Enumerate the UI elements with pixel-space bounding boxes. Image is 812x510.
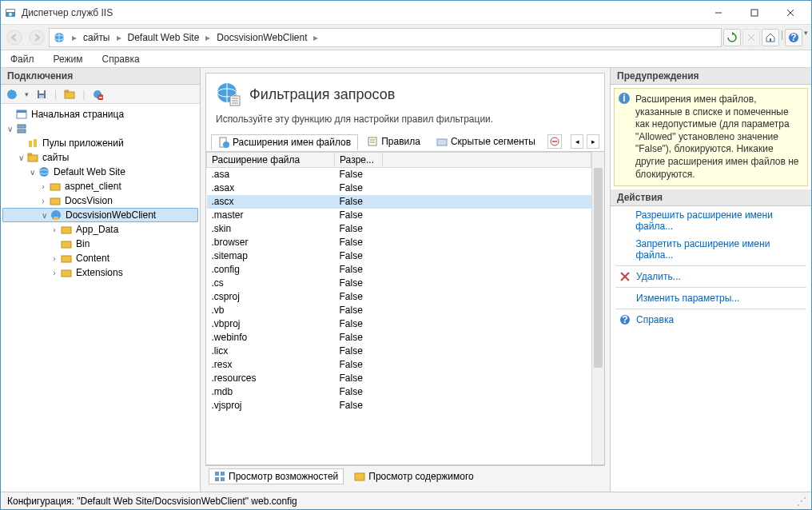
- table-row[interactable]: .skinFalse: [207, 222, 591, 236]
- tree-extensions[interactable]: ›Extensions: [2, 265, 198, 280]
- stop-button[interactable]: [742, 29, 760, 46]
- tree-app-pools[interactable]: Пулы приложений: [2, 136, 198, 150]
- home-button[interactable]: [762, 29, 779, 46]
- tree-server[interactable]: ∨: [2, 122, 198, 136]
- table-row[interactable]: .csFalse: [207, 277, 591, 290]
- svg-rect-58: [221, 472, 225, 476]
- action-delete[interactable]: Удалить...: [611, 268, 811, 285]
- tree-start-page[interactable]: Начальная страница: [2, 107, 198, 122]
- alert-text: Расширения имен файлов, указанные в спис…: [635, 94, 798, 180]
- save-icon[interactable]: [34, 86, 50, 102]
- table-row[interactable]: .csprojFalse: [207, 290, 591, 304]
- delete-connection-icon[interactable]: [90, 86, 105, 102]
- svg-rect-40: [62, 256, 71, 262]
- tab-overflow-icon[interactable]: [547, 134, 562, 149]
- svg-rect-30: [34, 139, 37, 147]
- chevron-right-icon: ▸: [205, 32, 210, 43]
- svg-rect-29: [29, 141, 32, 147]
- up-level-icon[interactable]: [62, 86, 78, 102]
- table-row[interactable]: .vbprojFalse: [207, 317, 591, 331]
- col-allowed[interactable]: Разре...: [335, 153, 383, 168]
- extensions-grid[interactable]: Расширение файла Разре... .asaFalse.asax…: [206, 152, 591, 464]
- tab-icon: [367, 136, 378, 147]
- svg-rect-60: [221, 477, 225, 481]
- connections-toolbar: ▾ | |: [1, 85, 200, 104]
- col-extension[interactable]: Расширение файла: [207, 153, 335, 168]
- svg-rect-31: [28, 155, 38, 161]
- help-button[interactable]: ?: [785, 29, 802, 46]
- breadcrumb-site[interactable]: Default Web Site: [125, 32, 203, 43]
- menu-help[interactable]: Справка: [99, 52, 143, 66]
- resize-grip-icon[interactable]: ⋰: [797, 496, 805, 507]
- features-view-button[interactable]: Просмотр возможностей: [209, 468, 344, 484]
- table-row[interactable]: .asaxFalse: [207, 181, 591, 195]
- table-row[interactable]: .asaFalse: [207, 168, 591, 181]
- grid-scrollbar[interactable]: [591, 152, 604, 464]
- server-icon: [15, 122, 28, 135]
- table-row[interactable]: .vbFalse: [207, 304, 591, 317]
- svg-rect-19: [39, 90, 44, 94]
- table-row[interactable]: .ascxFalse: [207, 195, 591, 209]
- refresh-button[interactable]: [723, 29, 741, 46]
- breadcrumb-root[interactable]: сайты: [80, 32, 113, 43]
- tree-label: Bin: [76, 238, 90, 249]
- menu-mode[interactable]: Режим: [50, 52, 86, 66]
- table-row[interactable]: .vjsprojFalse: [207, 399, 591, 412]
- svg-rect-1: [6, 10, 14, 12]
- tree-app-data[interactable]: ›App_Data: [2, 222, 198, 237]
- table-row[interactable]: .resourcesFalse: [207, 372, 591, 385]
- tree-aspnet-client[interactable]: ›aspnet_client: [2, 179, 198, 193]
- table-row[interactable]: .mdbFalse: [207, 385, 591, 399]
- connect-icon[interactable]: [4, 86, 20, 102]
- content-view-button[interactable]: Просмотр содержимого: [348, 468, 479, 484]
- tree-default-web-site[interactable]: ∨Default Web Site: [2, 165, 198, 179]
- address-bar: ▸ сайты ▸ Default Web Site ▸ DocsvisionW…: [1, 25, 811, 50]
- svg-rect-51: [368, 137, 376, 145]
- forward-button[interactable]: [26, 27, 47, 48]
- tree-docsvision[interactable]: ›DocsVision: [2, 193, 198, 208]
- tab-rules[interactable]: Правила: [360, 133, 428, 149]
- action-label: Разрешить расширение имени файла...: [635, 209, 803, 232]
- action-allow-extension[interactable]: Разрешить расширение имени файла...: [611, 206, 811, 235]
- tab-file-extensions[interactable]: Расширения имен файлов: [211, 134, 358, 150]
- menu-file[interactable]: Файл: [7, 52, 38, 66]
- svg-point-7: [7, 30, 22, 45]
- svg-rect-37: [54, 217, 58, 220]
- chevron-right-icon: ▸: [117, 32, 121, 43]
- action-deny-extension[interactable]: Запретить расширение имени файла...: [611, 235, 811, 264]
- folder-icon: [49, 180, 62, 193]
- tree-sites[interactable]: ∨сайты: [2, 150, 198, 165]
- tab-hidden-segments[interactable]: Скрытые сегменты: [429, 133, 543, 149]
- maximize-button[interactable]: [736, 2, 772, 24]
- feature-title: Фильтрация запросов: [249, 86, 395, 103]
- connections-panel: Подключения ▾ | | Начальная страница ∨ П…: [1, 68, 201, 492]
- table-row[interactable]: .configFalse: [207, 263, 591, 277]
- tree-label: aspnet_client: [65, 181, 121, 192]
- svg-rect-41: [62, 270, 71, 277]
- svg-rect-54: [437, 139, 447, 145]
- action-help[interactable]: ?Справка: [611, 311, 811, 329]
- tree-content[interactable]: ›Content: [2, 251, 198, 265]
- tree-label: App_Data: [76, 224, 118, 235]
- address-box[interactable]: ▸ сайты ▸ Default Web Site ▸ DocsvisionW…: [49, 28, 722, 47]
- tree-docsvision-webclient[interactable]: ∨DocsvisionWebClient: [2, 208, 198, 222]
- close-button[interactable]: [772, 2, 808, 24]
- chevron-right-icon: ▸: [313, 32, 318, 43]
- table-row[interactable]: .licxFalse: [207, 345, 591, 358]
- table-row[interactable]: .webinfoFalse: [207, 331, 591, 345]
- table-row[interactable]: .browserFalse: [207, 236, 591, 249]
- tree-bin[interactable]: Bin: [2, 237, 198, 251]
- back-button[interactable]: [4, 27, 25, 48]
- connections-tree: Начальная страница ∨ Пулы приложений ∨са…: [1, 104, 200, 492]
- action-edit-settings[interactable]: Изменить параметры...: [611, 289, 811, 307]
- table-row[interactable]: .resxFalse: [207, 358, 591, 372]
- breadcrumb-app[interactable]: DocsvisionWebClient: [213, 32, 310, 43]
- table-row[interactable]: .sitemapFalse: [207, 249, 591, 263]
- table-row[interactable]: .masterFalse: [207, 209, 591, 222]
- tabs-bar: Расширения имен файлов Правила Скрытые с…: [206, 131, 604, 152]
- minimize-button[interactable]: [700, 2, 736, 24]
- tabs-scroll-left[interactable]: ◂: [571, 134, 583, 149]
- alert-box: i Расширения имен файлов, указанные в сп…: [614, 88, 808, 186]
- tabs-scroll-right[interactable]: ▸: [587, 134, 599, 149]
- col-spacer: [383, 153, 591, 168]
